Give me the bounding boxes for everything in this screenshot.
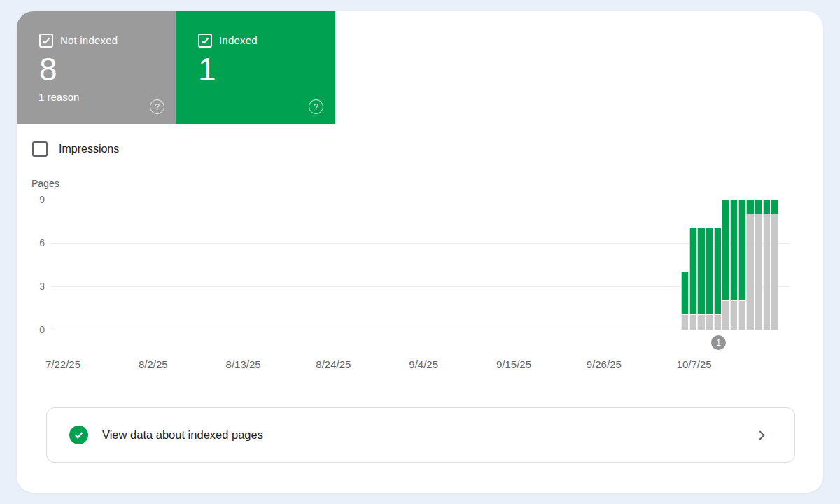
bar-segment-not-indexed[interactable] (771, 214, 778, 330)
bar-segment-not-indexed[interactable] (714, 315, 721, 330)
bar-segment-not-indexed[interactable] (738, 301, 746, 330)
x-tick-label: 8/24/25 (302, 358, 365, 370)
check-icon (41, 36, 51, 46)
bar-segment-indexed[interactable] (763, 200, 770, 214)
bar-segment-indexed[interactable] (714, 228, 721, 315)
chart-y-axis-title: Pages (31, 178, 59, 189)
not-indexed-card[interactable]: Not indexed 8 1 reason ? (17, 11, 176, 124)
bar-segment-indexed[interactable] (730, 200, 737, 301)
bar-segment-indexed[interactable] (706, 228, 713, 315)
check-circle-icon (69, 426, 88, 444)
bar-segment-indexed[interactable] (755, 200, 762, 214)
page-indexing-panel: Not indexed 8 1 reason ? Indexed 1 ? Imp… (17, 11, 823, 493)
y-tick-label: 6 (24, 237, 45, 248)
bar-segment-not-indexed[interactable] (730, 301, 737, 330)
view-indexed-pages-button[interactable]: View data about indexed pages (46, 407, 795, 463)
indexed-card[interactable]: Indexed 1 ? (176, 11, 335, 124)
bar-segment-indexed[interactable] (697, 228, 704, 315)
impressions-checkbox[interactable] (32, 141, 48, 157)
x-tick-label: 7/22/25 (31, 358, 94, 370)
not-indexed-reason-count: 1 reason (38, 91, 79, 103)
chevron-right-icon (754, 428, 769, 443)
x-tick-label: 9/26/25 (573, 358, 636, 370)
not-indexed-count: 8 (39, 52, 57, 88)
help-icon[interactable]: ? (309, 99, 323, 114)
bar-segment-not-indexed[interactable] (681, 315, 688, 330)
gridline (51, 243, 790, 244)
x-tick-label: 10/7/25 (663, 358, 726, 370)
y-tick-label: 9 (24, 194, 45, 205)
y-tick-label: 0 (24, 324, 45, 335)
x-tick-label: 8/2/25 (122, 358, 185, 370)
bar-segment-not-indexed[interactable] (706, 315, 713, 330)
bar-segment-not-indexed[interactable] (746, 214, 753, 330)
indexed-count: 1 (198, 52, 216, 88)
y-tick-label: 3 (24, 281, 45, 292)
bar-segment-indexed[interactable] (690, 228, 696, 315)
impressions-toggle-row[interactable]: Impressions (32, 140, 119, 158)
bar-segment-not-indexed[interactable] (763, 214, 770, 330)
help-icon[interactable]: ? (150, 99, 164, 114)
bar-segment-not-indexed[interactable] (690, 315, 696, 330)
impressions-label: Impressions (59, 143, 119, 155)
bar-segment-not-indexed[interactable] (722, 301, 729, 330)
bar-segment-indexed[interactable] (746, 200, 753, 214)
annotation-marker-badge[interactable]: 1 (711, 335, 726, 350)
bar-segment-indexed[interactable] (771, 200, 778, 214)
not-indexed-checkbox-icon[interactable] (39, 34, 53, 48)
bar-segment-indexed[interactable] (722, 200, 729, 301)
check-icon (200, 36, 210, 46)
bar-segment-not-indexed[interactable] (697, 315, 704, 330)
gridline (51, 286, 790, 287)
x-tick-label: 8/13/25 (212, 358, 275, 370)
indexed-checkbox-icon[interactable] (198, 34, 212, 48)
x-axis-line (51, 330, 790, 330)
x-tick-label: 9/4/25 (392, 358, 455, 370)
x-tick-label: 9/15/25 (482, 358, 545, 370)
check-icon (74, 430, 84, 440)
bar-segment-not-indexed[interactable] (755, 214, 762, 330)
bar-segment-indexed[interactable] (681, 272, 688, 315)
bar-segment-indexed[interactable] (738, 200, 746, 301)
gridline (51, 200, 790, 200)
view-indexed-pages-label: View data about indexed pages (102, 428, 263, 442)
indexed-label: Indexed (219, 34, 258, 46)
not-indexed-label: Not indexed (60, 34, 118, 46)
